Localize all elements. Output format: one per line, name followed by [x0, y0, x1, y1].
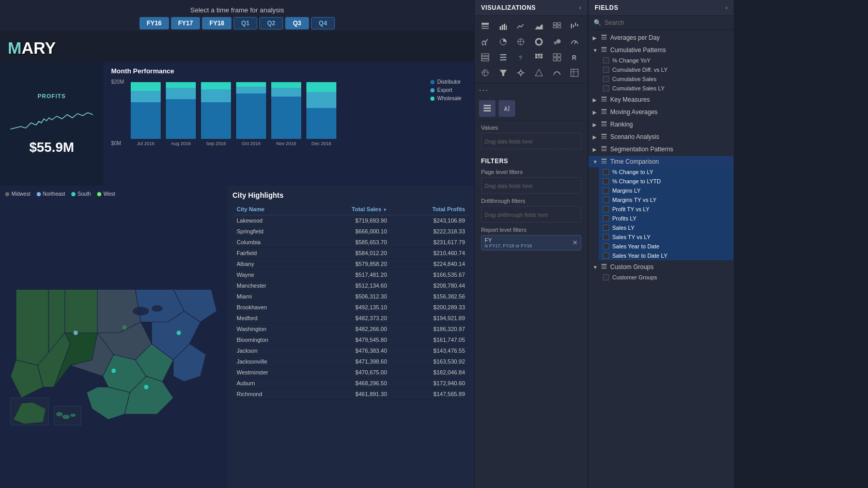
viz-icon-donut[interactable]: [532, 35, 546, 49]
q2-button[interactable]: Q2: [259, 17, 283, 29]
table-row[interactable]: Albany $579,858.20 $224,840.14: [233, 259, 469, 270]
tree-item-checkbox[interactable]: [603, 67, 609, 73]
table-row[interactable]: Columbia $585,653.70 $231,617.79: [233, 237, 469, 248]
table-row[interactable]: Bloomington $479,545.80 $161,747.05: [233, 335, 469, 345]
tree-item[interactable]: Profits LY: [599, 214, 734, 223]
viz-chevron-icon[interactable]: ›: [579, 4, 581, 11]
q1-button[interactable]: Q1: [234, 17, 257, 29]
tree-item-checkbox[interactable]: [603, 169, 609, 175]
viz-icon-globe[interactable]: [478, 66, 492, 80]
q4-button[interactable]: Q4: [311, 17, 335, 29]
tree-item[interactable]: Sales TY vs LY: [599, 232, 734, 242]
tree-group-header-0[interactable]: ▶Averages per Day: [588, 32, 734, 43]
fields-expand-icon[interactable]: ›: [725, 4, 727, 11]
viz-icon-waterfall[interactable]: [567, 19, 582, 34]
search-input[interactable]: [605, 19, 729, 26]
viz-icon-line[interactable]: [514, 19, 528, 34]
viz-icon-table[interactable]: [478, 19, 492, 34]
tree-item-checkbox[interactable]: [603, 76, 609, 82]
table-row[interactable]: Lakewood $719,693.90 $243,106.89: [233, 215, 469, 226]
viz-icon-matrix[interactable]: [532, 50, 546, 65]
tree-item[interactable]: Cumulative Diff. vs LY: [599, 65, 734, 74]
table-row[interactable]: Washington $482,266.00 $186,320.97: [233, 324, 469, 335]
drillthrough-drop[interactable]: Drag drillthrough fields here: [481, 206, 581, 223]
tree-group-header-2[interactable]: ▶Key Measures: [588, 94, 734, 105]
viz-fields-icon[interactable]: [479, 100, 495, 117]
table-row[interactable]: Medford $482,373.20 $194,921.89: [233, 313, 469, 324]
tree-item-checkbox[interactable]: [603, 85, 609, 91]
viz-icon-shape[interactable]: [550, 50, 564, 65]
viz-icon-combo[interactable]: [478, 35, 492, 49]
fy17-button[interactable]: FY17: [171, 17, 200, 29]
tree-item[interactable]: Sales Year to Date: [599, 242, 734, 251]
table-row[interactable]: Fairfield $584,012.20 $210,460.74: [233, 248, 469, 259]
page-filters-drop[interactable]: Drag data fields here: [481, 177, 581, 194]
fy16-button[interactable]: FY16: [140, 17, 169, 29]
col-sales[interactable]: Total Sales ▼: [308, 203, 391, 215]
tree-item[interactable]: Cumulative Sales: [599, 74, 734, 84]
tree-item[interactable]: Sales Year to Date LY: [599, 251, 734, 260]
viz-icon-map[interactable]: [514, 35, 528, 49]
viz-icon-half-circle[interactable]: [550, 66, 564, 80]
tree-item-checkbox[interactable]: [603, 187, 609, 194]
tree-item[interactable]: Sales LY: [599, 223, 734, 232]
viz-icon-table2[interactable]: [567, 66, 582, 80]
viz-icon-pie[interactable]: [496, 35, 510, 49]
tree-item-checkbox[interactable]: [603, 197, 609, 203]
tree-item[interactable]: % Change to LY: [599, 167, 734, 177]
table-row[interactable]: Manchester $512,134.60 $208,780.44: [233, 280, 469, 291]
tree-group-header-6[interactable]: ▶Segmentation Patterns: [588, 144, 734, 155]
tree-item[interactable]: Profit TY vs LY: [599, 204, 734, 214]
viz-format-icon[interactable]: [499, 100, 515, 117]
viz-icon-bar[interactable]: [496, 19, 510, 34]
fy18-button[interactable]: FY18: [202, 17, 231, 29]
table-row[interactable]: Auburn $468,296.50 $172,940.60: [233, 378, 469, 389]
viz-icon-scatter[interactable]: [550, 19, 564, 34]
tree-item-checkbox[interactable]: [603, 253, 609, 259]
viz-icon-filter2[interactable]: [496, 66, 510, 80]
viz-icon-area[interactable]: [532, 19, 546, 34]
tree-item[interactable]: Margins TY vs LY: [599, 195, 734, 204]
tree-item-checkbox[interactable]: [603, 234, 609, 240]
viz-icon-gauge[interactable]: [567, 35, 582, 49]
fy-filter-tag[interactable]: FY is FY17, FY18 or FY16 ✕: [481, 235, 581, 250]
viz-icon-r[interactable]: R: [567, 50, 582, 65]
tree-item-checkbox[interactable]: [603, 178, 609, 184]
viz-icon-pyramid[interactable]: [532, 66, 546, 80]
tree-group-header-4[interactable]: ▶Ranking: [588, 119, 734, 130]
table-row[interactable]: Jackson $476,383.40 $143,476.55: [233, 345, 469, 356]
col-profits[interactable]: Total Profits: [391, 203, 469, 215]
table-scroll[interactable]: City Name Total Sales ▼ Total Profits La…: [233, 203, 469, 400]
tree-item[interactable]: Cumulative Sales LY: [599, 84, 734, 93]
viz-icon-question[interactable]: ?: [514, 50, 528, 65]
table-row[interactable]: Springfield $666,000.10 $222,318.33: [233, 226, 469, 237]
filter-close-icon[interactable]: ✕: [572, 239, 578, 246]
table-row[interactable]: Miami $506,312.30 $156,382.56: [233, 291, 469, 302]
table-row[interactable]: Wayne $517,481.20 $166,535.67: [233, 270, 469, 280]
q3-button[interactable]: Q3: [285, 17, 309, 29]
tree-item-checkbox[interactable]: [603, 215, 609, 222]
tree-item-checkbox[interactable]: [603, 243, 609, 249]
tree-group-header-5[interactable]: ▶Scenario Analysis: [588, 131, 734, 143]
col-city[interactable]: City Name: [233, 203, 308, 215]
viz-icon-bubble[interactable]: [550, 35, 564, 49]
table-row[interactable]: Richmond $461,891.30 $147,565.89: [233, 389, 469, 400]
tree-item[interactable]: Customer Groups: [599, 273, 734, 282]
viz-icon-slicer[interactable]: [496, 50, 510, 65]
table-row[interactable]: Jacksonville $471,398.60 $163,530.92: [233, 356, 469, 367]
table-row[interactable]: Westminster $470,675.00 $182,046.84: [233, 367, 469, 378]
viz-icon-kpi[interactable]: [478, 50, 492, 65]
viz-icon-settings2[interactable]: [514, 66, 528, 80]
tree-item[interactable]: % Change to LYTD: [599, 177, 734, 186]
tree-group-header-1[interactable]: ▼Cumulative Patterns: [588, 44, 734, 56]
tree-item[interactable]: Margins LY: [599, 186, 734, 195]
tree-item-checkbox[interactable]: [603, 206, 609, 212]
tree-group-header-8[interactable]: ▼Custom Groups: [588, 261, 734, 273]
tree-item-checkbox[interactable]: [603, 57, 609, 64]
tree-group-header-3[interactable]: ▶Moving Averages: [588, 106, 734, 118]
tree-item-checkbox[interactable]: [603, 225, 609, 231]
tree-group-header-7[interactable]: ▼Time Comparison: [588, 156, 734, 167]
table-row[interactable]: Brookhaven $492,135.10 $200,289.33: [233, 302, 469, 313]
tree-item-checkbox[interactable]: [603, 274, 609, 280]
values-drop-zone[interactable]: Drag data fields here: [481, 133, 581, 149]
